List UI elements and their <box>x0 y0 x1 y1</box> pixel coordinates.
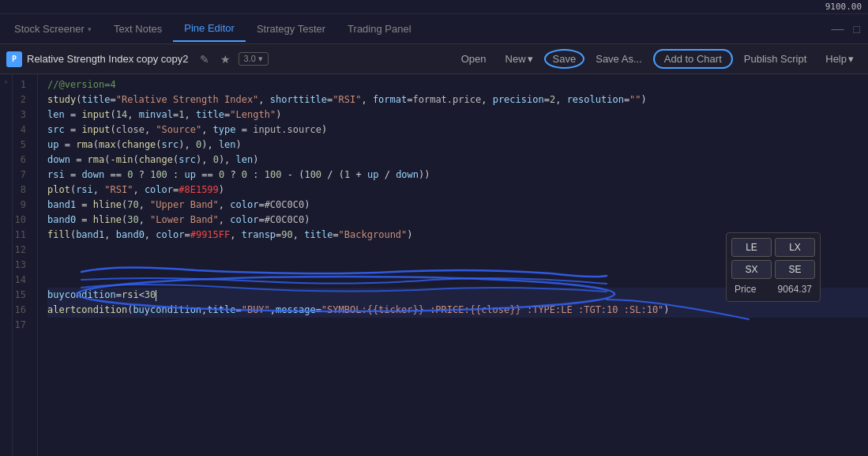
code-line: src = input(close, "Source", type = inpu… <box>47 122 868 138</box>
add-to-chart-button[interactable]: Add to Chart <box>653 49 733 69</box>
popup-price-label: Price <box>735 284 756 295</box>
tab-trading-panel[interactable]: Trading Panel <box>336 17 422 41</box>
save-button[interactable]: Save <box>544 49 585 69</box>
popup-lx-button[interactable]: LX <box>775 238 815 257</box>
code-line <box>47 318 868 333</box>
code-line: study(title="Relative Strength Index", s… <box>47 92 868 107</box>
script-toolbar: P Relative Strength Index copy copy2 ✎ ★… <box>0 44 868 74</box>
publish-script-button[interactable]: Publish Script <box>736 50 814 68</box>
code-line: rsi = down == 0 ? 100 : up == 0 ? 0 : 10… <box>47 168 868 183</box>
popup-grid: LE LX SX SE <box>731 238 815 279</box>
tab-strategy-tester[interactable]: Strategy Tester <box>246 17 336 41</box>
line-numbers: 1234567891011121314151617 <box>13 74 38 456</box>
popup-se-button[interactable]: SE <box>775 260 815 279</box>
popup-sx-button[interactable]: SX <box>731 260 772 279</box>
left-arrow-icon[interactable]: › <box>3 77 8 86</box>
code-line: up = rma(max(change(src), 0), len) <box>47 138 868 153</box>
price-value: 9100.00 <box>825 2 862 12</box>
popup-le-button[interactable]: LE <box>731 238 772 257</box>
code-line: plot(rsi, "RSI", color=#8E1599) <box>47 183 868 198</box>
code-line: band1 = hline(70, "Upper Band", color=#C… <box>47 198 868 213</box>
code-line: alertcondition(buycondition,title="BUY",… <box>47 303 868 318</box>
tab-stock-screener[interactable]: Stock Screener ▾ <box>3 17 103 41</box>
script-title: Relative Strength Index copy copy2 <box>27 53 189 65</box>
editor-area: › 1234567891011121314151617 //@version=4… <box>0 74 868 456</box>
edit-icon[interactable]: ✎ <box>197 51 212 67</box>
popup-price-row: Price 9064.37 <box>731 282 815 296</box>
help-button[interactable]: Help ▾ <box>817 50 862 68</box>
price-bar: 9100.00 <box>0 0 868 14</box>
maximize-button[interactable]: □ <box>849 23 865 36</box>
code-line: //@version=4 <box>47 77 868 92</box>
open-button[interactable]: Open <box>453 50 494 68</box>
version-dropdown[interactable]: 3.0 ▾ <box>239 52 269 66</box>
tab-bar: Stock Screener ▾ Text Notes Pine Editor … <box>0 14 868 44</box>
popup-card: LE LX SX SE Price 9064.37 <box>726 232 821 302</box>
tab-pine-editor[interactable]: Pine Editor <box>173 16 246 42</box>
code-line: band0 = hline(30, "Lower Band", color=#C… <box>47 213 868 228</box>
popup-price-value: 9064.37 <box>778 284 812 295</box>
pine-logo: P <box>6 51 22 67</box>
minimize-button[interactable]: — <box>827 22 849 36</box>
stock-screener-arrow: ▾ <box>88 25 92 33</box>
tab-text-notes[interactable]: Text Notes <box>103 17 173 41</box>
star-icon[interactable]: ★ <box>217 51 234 67</box>
code-line: down = rma(-min(change(src), 0), len) <box>47 153 868 168</box>
code-line: len = input(14, minval=1, title="Length"… <box>47 107 868 122</box>
left-mini-toolbar: › <box>0 74 13 456</box>
new-button[interactable]: New ▾ <box>498 50 541 68</box>
toolbar-right: Open New ▾ Save Save As... Add to Chart … <box>453 49 862 69</box>
save-as-button[interactable]: Save As... <box>588 50 650 68</box>
